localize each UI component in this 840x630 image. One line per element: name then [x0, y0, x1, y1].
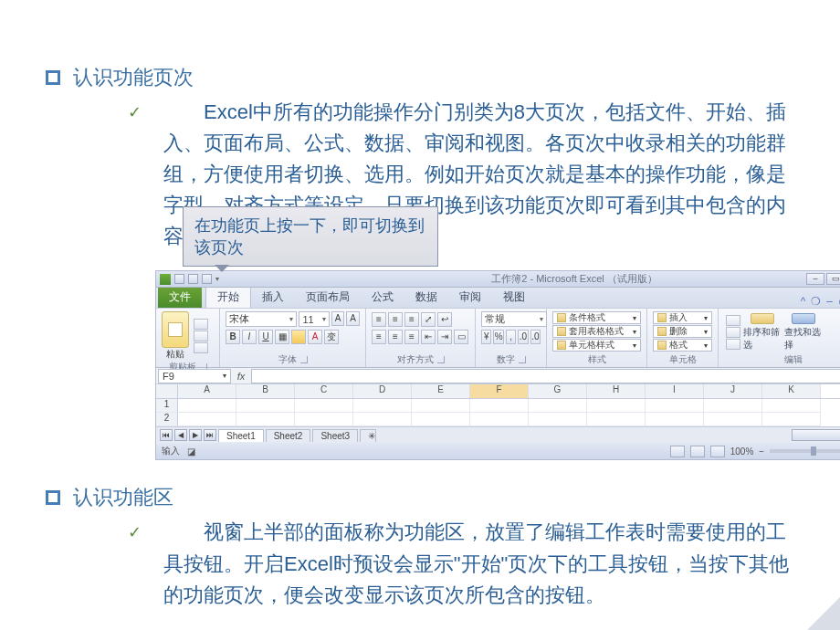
col-E[interactable]: E [412, 384, 470, 398]
tab-home[interactable]: 开始 [205, 288, 251, 308]
h-scrollbar[interactable] [792, 429, 840, 441]
sheet-nav-last[interactable]: ⏭ [204, 429, 216, 441]
insert-cells-button[interactable]: 插入▾ [653, 311, 712, 324]
increase-font-icon[interactable]: A [331, 311, 345, 326]
name-box[interactable]: F9▾ [158, 369, 231, 383]
view-page-break-icon[interactable] [710, 446, 725, 457]
fill-color-button[interactable] [291, 330, 306, 344]
decrease-indent-icon[interactable]: ⇤ [421, 330, 436, 344]
cell[interactable] [295, 399, 353, 413]
cut-icon[interactable] [194, 319, 208, 330]
tab-review[interactable]: 审阅 [448, 288, 492, 308]
align-top-icon[interactable]: ≡ [372, 312, 386, 327]
font-size-combo[interactable]: 11▾ [299, 311, 329, 327]
clear-icon[interactable] [726, 339, 740, 350]
phonetic-button[interactable]: 变 [324, 330, 339, 344]
col-G[interactable]: G [529, 384, 587, 398]
delete-cells-button[interactable]: 删除▾ [653, 325, 712, 338]
dialog-launcher-icon[interactable] [519, 356, 526, 363]
formula-input[interactable] [251, 369, 840, 383]
worksheet-grid[interactable]: A B C D E F G H I J K 1 2 [156, 384, 840, 426]
increase-decimal-icon[interactable]: .0 [518, 330, 528, 344]
cell[interactable] [178, 413, 236, 426]
maximize-button[interactable]: ▭ [826, 273, 840, 285]
save-icon[interactable] [174, 274, 184, 284]
cell[interactable] [646, 413, 704, 426]
paste-button[interactable] [162, 311, 189, 348]
sheet-tab-1[interactable]: Sheet1 [218, 429, 264, 442]
decrease-font-icon[interactable]: A [346, 311, 360, 326]
align-bottom-icon[interactable]: ≡ [404, 312, 419, 327]
fx-icon[interactable]: fx [233, 371, 249, 382]
cell[interactable] [178, 399, 236, 413]
fill-icon[interactable] [726, 327, 740, 338]
view-normal-icon[interactable] [670, 446, 685, 457]
decrease-decimal-icon[interactable]: .0 [530, 330, 541, 344]
dialog-launcher-icon[interactable] [437, 356, 445, 363]
wrap-text-icon[interactable]: ↩ [437, 312, 452, 327]
file-tab[interactable]: 文件 [158, 288, 202, 308]
redo-icon[interactable] [202, 274, 212, 284]
sort-filter-button[interactable]: 排序和筛选 [743, 313, 782, 352]
cell[interactable] [529, 413, 587, 426]
row-header-2[interactable]: 2 [156, 413, 178, 426]
col-H[interactable]: H [587, 384, 646, 398]
tab-insert[interactable]: 插入 [251, 288, 295, 308]
zoom-slider[interactable] [770, 449, 840, 453]
align-left-icon[interactable]: ≡ [372, 330, 386, 344]
percent-icon[interactable]: % [493, 330, 503, 344]
new-sheet-button[interactable]: ✳ [360, 429, 376, 442]
cell-style-button[interactable]: 单元格样式▾ [552, 339, 641, 352]
cell[interactable] [704, 413, 762, 426]
dialog-launcher-icon[interactable] [300, 356, 308, 363]
orientation-icon[interactable]: ⤢ [421, 312, 436, 327]
col-I[interactable]: I [646, 384, 704, 398]
cell[interactable] [236, 399, 295, 413]
col-K[interactable]: K [762, 384, 821, 398]
cell[interactable] [646, 399, 704, 413]
increase-indent-icon[interactable]: ⇥ [437, 330, 452, 344]
copy-icon[interactable] [194, 331, 208, 341]
undo-icon[interactable] [188, 274, 198, 284]
col-B[interactable]: B [236, 384, 295, 398]
align-middle-icon[interactable]: ≡ [388, 312, 403, 327]
conditional-format-button[interactable]: 条件格式▾ [552, 311, 641, 324]
cell[interactable] [587, 413, 646, 426]
cell[interactable] [762, 399, 821, 413]
cell[interactable] [470, 413, 529, 426]
cell[interactable] [412, 399, 470, 413]
align-right-icon[interactable]: ≡ [404, 330, 419, 344]
row-header-1[interactable]: 1 [156, 399, 178, 413]
tab-view[interactable]: 视图 [492, 288, 536, 308]
col-D[interactable]: D [353, 384, 412, 398]
cell[interactable] [470, 399, 529, 413]
col-F[interactable]: F [470, 384, 529, 398]
cell[interactable] [704, 399, 762, 413]
italic-button[interactable]: I [242, 330, 257, 344]
col-J[interactable]: J [704, 384, 762, 398]
sheet-nav-next[interactable]: ▶ [189, 429, 202, 441]
help-icon[interactable]: ❍ [811, 295, 821, 308]
cell[interactable] [762, 413, 821, 426]
table-format-button[interactable]: 套用表格格式▾ [552, 325, 641, 338]
number-format-combo[interactable]: 常规▾ [481, 311, 547, 327]
minimize-ribbon-icon[interactable]: ^ [801, 295, 806, 308]
currency-icon[interactable]: ¥ [481, 330, 491, 344]
sheet-nav-prev[interactable]: ◀ [174, 429, 187, 441]
macro-record-icon[interactable]: ◪ [187, 446, 195, 457]
tab-data[interactable]: 数据 [404, 288, 448, 308]
sheet-nav-first[interactable]: ⏮ [160, 429, 173, 441]
select-all-corner[interactable] [156, 384, 178, 398]
bold-button[interactable]: B [226, 330, 240, 344]
col-A[interactable]: A [178, 384, 236, 398]
tab-formulas[interactable]: 公式 [361, 288, 404, 308]
sheet-tab-3[interactable]: Sheet3 [312, 429, 358, 442]
font-name-combo[interactable]: 宋体▾ [226, 311, 297, 327]
minimize-button[interactable]: – [806, 273, 824, 285]
cell[interactable] [353, 399, 412, 413]
autosum-icon[interactable] [726, 315, 740, 326]
cell[interactable] [412, 413, 470, 426]
sheet-tab-2[interactable]: Sheet2 [266, 429, 311, 442]
border-button[interactable]: ▦ [275, 330, 289, 344]
cell[interactable] [236, 413, 295, 426]
